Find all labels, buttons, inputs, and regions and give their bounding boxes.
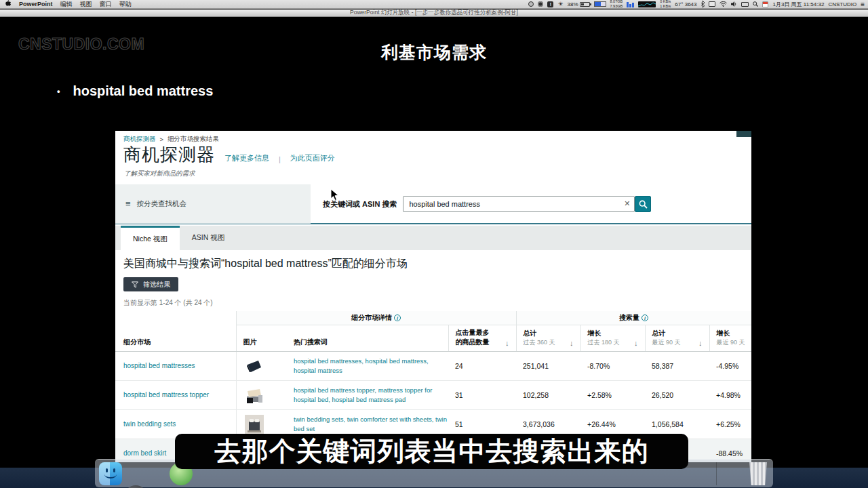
finder-dock-icon[interactable] (99, 462, 122, 485)
tab-niche-view[interactable]: Niche 视图 (121, 226, 180, 250)
browse-by-category-label: 按分类查找机会 (137, 199, 187, 209)
top-keywords-link[interactable]: hospital bed mattress topper, mattress t… (294, 386, 432, 403)
tab-asin-view[interactable]: ASIN 视图 (180, 226, 237, 250)
results-heading: 美国商城中与搜索词“hospital bed mattress”匹配的细分市场 (123, 257, 408, 271)
memory-readout[interactable]: 8.07GB 7.93GB (610, 0, 623, 8)
product-thumbnail[interactable] (245, 357, 264, 375)
battery-percent: 38% (567, 1, 578, 7)
menu-help[interactable]: 帮助 (119, 0, 132, 9)
bullet-text: hospital bed mattress (73, 83, 214, 99)
hamburger-icon: ≡ (125, 201, 131, 207)
window-titlebar: PowerPoint 幻灯片放映 - [一步一步教你选品可行性分析案例-阿甘] (0, 9, 868, 17)
col-header-growth-90: 增长最近 90 天 (709, 325, 751, 351)
menubar-username[interactable]: CNSTUDIO (828, 1, 856, 7)
growth-90-value: -4.95% (709, 351, 751, 380)
slide-bullet-item: • hospital bed mattress (57, 83, 213, 99)
table-group-header-row: 细分市场详情i 搜索量i (115, 311, 751, 325)
menu-window[interactable]: 窗口 (100, 0, 112, 9)
sort-icon[interactable]: ↓ (698, 339, 705, 347)
subtitle-text: 去那个关键词列表当中去搜索出来的 (215, 433, 649, 470)
bluetooth-icon[interactable] (701, 1, 705, 7)
battery-icon (580, 2, 590, 7)
total-90-value: 26,520 (645, 380, 709, 409)
total-360-value: 102,258 (516, 380, 580, 409)
col-header-image: 图片 (243, 338, 257, 346)
search-button[interactable] (635, 196, 651, 212)
niche-link[interactable]: dorm bed skirt (123, 449, 166, 457)
spotlight-icon[interactable] (753, 1, 758, 7)
opportunity-explorer-panel: 商机探测器 > 细分市场搜索结果 商机探测器 了解更多信息 | 为此页面评分 了… (115, 131, 751, 462)
group-header-search-volume: 搜索量i (516, 311, 751, 325)
disk-meter-icon[interactable] (627, 1, 634, 7)
status-app-icon-2[interactable] (538, 1, 543, 7)
weather-status-icon[interactable]: ☀ (557, 1, 563, 7)
growth-90-value: +6.25% (709, 409, 751, 439)
niche-link[interactable]: hospital bed mattresses (123, 362, 195, 369)
notification-center-icon[interactable]: ≡ (861, 1, 865, 8)
table-row: hospital bed mattress topper hospital be… (115, 380, 751, 409)
menubar-app-name[interactable]: PowerPoint (19, 1, 53, 7)
col-header-clicked: 点击量最多的商品数量 ↓ (448, 325, 516, 351)
growth-180-value: -8.70% (580, 351, 645, 380)
magnifier-icon (639, 200, 648, 209)
menu-edit[interactable]: 编辑 (60, 0, 73, 9)
view-tabs: Niche 视图 ASIN 视图 (115, 226, 751, 250)
volume-icon[interactable] (731, 1, 737, 7)
clear-search-icon[interactable]: ✕ (624, 199, 630, 208)
product-thumbnail[interactable] (245, 386, 264, 405)
battery-status[interactable]: 38% (567, 1, 589, 7)
clicked-products-value: 24 (448, 351, 516, 380)
total-90-value: 58,387 (645, 351, 709, 380)
col-header-growth-180: 增长过去 180 天 ↓ (580, 325, 645, 351)
sort-icon[interactable]: ↓ (570, 339, 576, 347)
search-controls-row: ≡ 按分类查找机会 按关键词或 ASIN 搜索 ✕ (115, 185, 751, 224)
link-divider: | (279, 155, 281, 167)
sort-icon[interactable]: ↓ (634, 339, 641, 347)
info-icon[interactable]: i (642, 314, 648, 321)
info-icon[interactable]: i (394, 314, 401, 321)
video-subtitle-overlay: 去那个关键词列表当中去搜索出来的 (175, 434, 688, 469)
wifi-icon[interactable] (719, 1, 727, 7)
alert-status-icon[interactable]: ! (547, 1, 553, 7)
clicked-products-value: 31 (448, 380, 516, 409)
col-header-total-90: 总计最近 90 天 ↓ (645, 325, 709, 351)
menubar-clock[interactable]: 1月3日 周五 11:54:32 (772, 1, 824, 8)
page-title: 商机探测器 (123, 143, 215, 167)
keyword-search-input[interactable] (403, 196, 635, 212)
browse-by-category-button[interactable]: ≡ 按分类查找机会 (115, 184, 311, 224)
dock-divider (716, 462, 717, 485)
bullet-icon: • (57, 86, 60, 96)
total-360-value: 251,041 (516, 351, 580, 380)
macos-menubar: PowerPoint 编辑 视图 窗口 帮助 ! ☀ 38% 8.07GB 7.… (0, 0, 868, 9)
col-header-keywords: 热门搜索词 (294, 338, 328, 346)
temp-fan-readout[interactable]: 67° 3643 (675, 1, 696, 7)
group-header-niche-details: 细分市场详情i (236, 311, 516, 325)
calendar-status-icon[interactable] (762, 1, 768, 7)
apple-menu-icon[interactable] (5, 0, 12, 9)
rate-page-link[interactable]: 为此页面评分 (290, 153, 335, 167)
filter-results-label: 筛选结果 (143, 280, 170, 289)
powerpoint-slide: CNSTUDIO.COM 利基市场需求 • hospital bed mattr… (0, 17, 868, 468)
top-keywords-link[interactable]: hospital bed mattresses, hospital bed ma… (294, 357, 429, 374)
input-source-icon[interactable] (709, 1, 715, 7)
menu-view[interactable]: 视图 (80, 0, 92, 9)
learn-more-link[interactable]: 了解更多信息 (224, 153, 269, 167)
cpu-meter-icon[interactable] (594, 1, 606, 7)
network-graph-icon[interactable] (638, 1, 656, 7)
display-mirroring-icon[interactable] (741, 2, 749, 7)
top-keywords-link[interactable]: twin bedding sets, twin comforter set wi… (294, 415, 447, 432)
slide-title: 利基市场需求 (0, 41, 868, 64)
network-readout[interactable]: 0 KB/s 1 KB/s (660, 0, 671, 8)
product-thumbnail[interactable] (245, 415, 264, 434)
sort-icon[interactable]: ↓ (505, 339, 512, 347)
filter-results-button[interactable]: 筛选结果 (123, 277, 178, 291)
window-title: PowerPoint 幻灯片放映 - [一步一步教你选品可行性分析案例-阿甘] (350, 9, 518, 17)
table-row: hospital bed mattresses hospital bed mat… (115, 351, 751, 380)
niche-link[interactable]: twin bedding sets (123, 420, 176, 428)
breadcrumb-separator-icon: > (160, 136, 164, 143)
col-header-total-360: 总计过去 360 天 ↓ (516, 325, 580, 351)
funnel-icon (132, 281, 138, 288)
status-app-icon-1[interactable] (528, 1, 534, 7)
niche-link[interactable]: hospital bed mattress topper (123, 391, 209, 399)
col-header-niche: 细分市场 (123, 338, 151, 346)
